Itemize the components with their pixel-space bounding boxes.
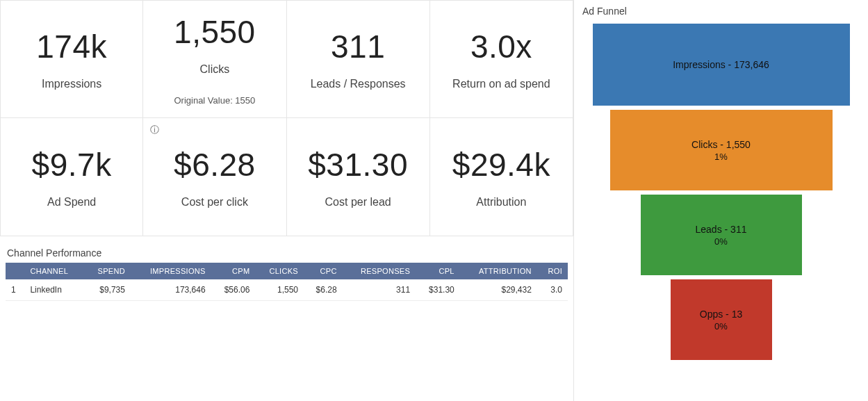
col-cpc[interactable]: CPC: [304, 263, 343, 279]
metric-label: Impressions: [42, 78, 101, 90]
funnel-step-leads[interactable]: Leads - 311 0%: [641, 195, 802, 275]
metric-value: 311: [331, 28, 385, 65]
col-impressions[interactable]: IMPRESSIONS: [131, 263, 211, 279]
metric-label: Return on ad spend: [452, 78, 550, 90]
col-attribution[interactable]: ATTRIBUTION: [460, 263, 537, 279]
funnel-step-rate: 0%: [714, 321, 728, 332]
metric-value: 1,550: [174, 13, 256, 51]
channel-performance-section: Channel Performance CHANNEL SPEND IMPRES…: [0, 236, 573, 308]
metric-sublabel: Original Value: 1550: [174, 95, 255, 106]
cell-spend: $9,735: [84, 279, 131, 301]
metric-label: Cost per lead: [325, 196, 391, 208]
metric-value: $9.7k: [32, 146, 112, 183]
metric-card-ad-spend: $9.7k Ad Spend: [0, 118, 143, 236]
metric-label: Clicks: [200, 63, 230, 76]
ad-funnel-panel: Ad Funnel Impressions - 173,646 Clicks -…: [573, 0, 868, 401]
table-row[interactable]: 1 LinkedIn $9,735 173,646 $56.06 1,550 $…: [6, 279, 568, 301]
info-icon[interactable]: ⓘ: [150, 124, 159, 136]
cell-idx: 1: [6, 279, 24, 301]
cell-cpc: $6.28: [304, 279, 343, 301]
cell-clicks: 1,550: [255, 279, 304, 301]
funnel-step-label: Leads - 311: [696, 224, 747, 235]
metric-card-attribution: $29.4k Attribution: [430, 118, 573, 236]
metric-value: 174k: [36, 28, 107, 65]
col-channel[interactable]: CHANNEL: [24, 263, 83, 279]
metric-card-leads: 311 Leads / Responses: [287, 0, 430, 118]
ad-funnel-chart: Impressions - 173,646 Clicks - 1,550 1% …: [582, 24, 860, 364]
funnel-step-label: Clicks - 1,550: [691, 139, 751, 150]
cell-attribution: $29,432: [460, 279, 537, 301]
col-roi[interactable]: ROI: [537, 263, 568, 279]
col-spend[interactable]: SPEND: [84, 263, 131, 279]
metric-card-roas: 3.0x Return on ad spend: [430, 0, 573, 118]
cell-cpm: $56.06: [211, 279, 256, 301]
ad-funnel-title: Ad Funnel: [582, 6, 860, 17]
funnel-step-rate: 0%: [714, 236, 728, 247]
cell-responses: 311: [343, 279, 416, 301]
metric-card-clicks: 1,550 Clicks Original Value: 1550: [143, 0, 286, 118]
metric-label: Cost per click: [181, 196, 248, 208]
cell-roi: 3.0: [537, 279, 568, 301]
col-responses[interactable]: RESPONSES: [343, 263, 416, 279]
metric-value: $31.30: [308, 146, 408, 183]
col-cpm[interactable]: CPM: [211, 263, 256, 279]
channel-performance-table: CHANNEL SPEND IMPRESSIONS CPM CLICKS CPC…: [6, 263, 568, 301]
metric-label: Leads / Responses: [311, 78, 406, 90]
cell-cpl: $31.30: [416, 279, 460, 301]
metric-card-impressions: 174k Impressions: [0, 0, 143, 118]
funnel-step-impressions[interactable]: Impressions - 173,646: [593, 24, 850, 106]
cell-impressions: 173,646: [131, 279, 211, 301]
table-header-row: CHANNEL SPEND IMPRESSIONS CPM CLICKS CPC…: [6, 263, 568, 279]
metric-card-cpc: ⓘ $6.28 Cost per click: [143, 118, 286, 236]
funnel-step-rate: 1%: [714, 152, 728, 162]
funnel-step-clicks[interactable]: Clicks - 1,550 1%: [610, 110, 833, 190]
funnel-step-opps[interactable]: Opps - 13 0%: [671, 279, 772, 360]
channel-performance-title: Channel Performance: [7, 247, 566, 259]
metric-value: $6.28: [174, 146, 256, 183]
metric-value: 3.0x: [470, 28, 532, 65]
metric-card-cpl: $31.30 Cost per lead: [287, 118, 430, 236]
funnel-step-label: Impressions - 173,646: [673, 59, 769, 70]
col-clicks[interactable]: CLICKS: [255, 263, 304, 279]
metric-value: $29.4k: [452, 146, 550, 183]
metrics-grid: 174k Impressions 1,550 Clicks Original V…: [0, 0, 573, 236]
metric-label: Attribution: [476, 196, 526, 208]
metric-label: Ad Spend: [47, 196, 96, 208]
col-cpl[interactable]: CPL: [416, 263, 460, 279]
cell-channel: LinkedIn: [24, 279, 83, 301]
col-idx[interactable]: [6, 263, 24, 279]
funnel-step-label: Opps - 13: [700, 309, 742, 320]
